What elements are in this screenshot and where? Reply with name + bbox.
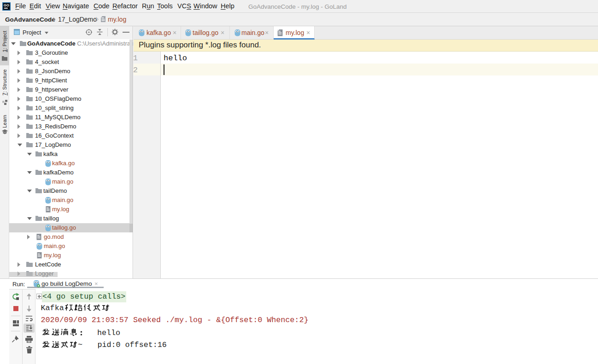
svg-text:GO: GO bbox=[4, 3, 9, 7]
